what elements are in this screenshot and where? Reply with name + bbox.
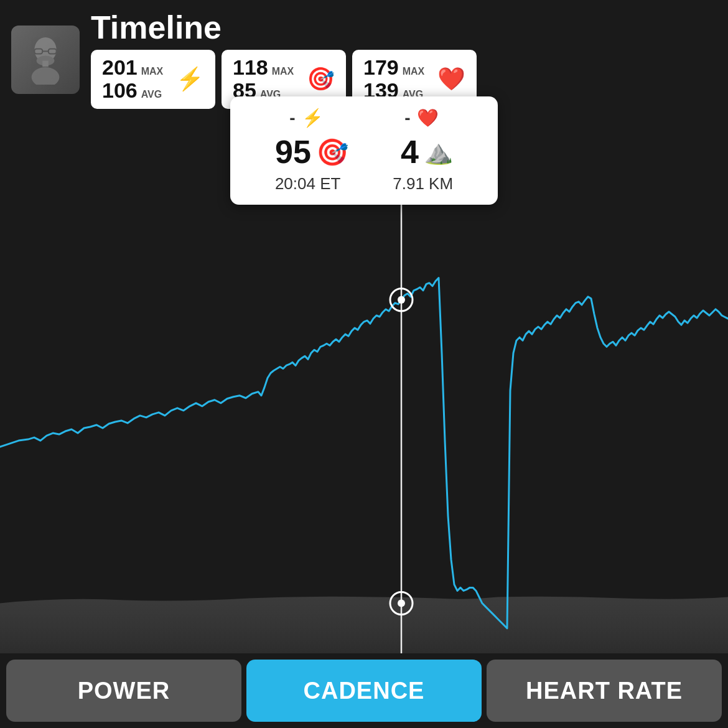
- heartrate-numbers: 179 MAX 139 AVG: [363, 56, 424, 103]
- avatar-image: [11, 26, 80, 94]
- svg-point-5: [32, 67, 60, 85]
- tooltip-power-cell: - ⚡: [289, 108, 323, 128]
- app-title: Timeline: [91, 11, 717, 44]
- tooltip-time: 20:04 ET: [275, 174, 341, 194]
- lightning-icon: ⚡: [176, 66, 204, 92]
- heart-icon: ❤️: [437, 66, 465, 92]
- tooltip-elevation-value: 4 ⛰️: [401, 133, 453, 170]
- power-tab[interactable]: POWER: [6, 660, 241, 722]
- tooltip-target-icon: 🎯: [316, 137, 348, 167]
- cadence-max-label: MAX: [272, 66, 294, 77]
- tooltip-mountain-icon: ⛰️: [424, 138, 453, 166]
- power-avg-label: AVG: [141, 89, 162, 100]
- power-numbers: 201 MAX 106 AVG: [102, 56, 163, 103]
- power-avg-value: 106: [102, 79, 138, 102]
- tooltip-top-row: - ⚡ - ❤️: [249, 108, 479, 128]
- heartrate-max-value: 179: [363, 56, 399, 79]
- tooltip-heart-icon: ❤️: [417, 108, 439, 128]
- svg-point-9: [398, 296, 405, 304]
- power-stat-card: 201 MAX 106 AVG ⚡: [91, 50, 215, 109]
- heartrate-max-label: MAX: [403, 66, 425, 77]
- tooltip-value-row: 95 🎯 4 ⛰️: [249, 133, 479, 170]
- tooltip-sub-row: 20:04 ET 7.91 KM: [249, 174, 479, 194]
- title-section: Timeline 201 MAX 106 AVG ⚡: [91, 11, 717, 109]
- avatar: [11, 26, 80, 94]
- tooltip-distance: 7.91 KM: [393, 174, 453, 194]
- cadence-tab[interactable]: CADENCE: [246, 660, 482, 722]
- tooltip-power-dash: -: [289, 108, 295, 128]
- tooltip-popup: - ⚡ - ❤️ 95 🎯 4 ⛰️ 20:04 ET 7.91 KM: [230, 96, 498, 205]
- power-max-value: 201: [102, 56, 138, 79]
- tooltip-hr-dash: -: [404, 108, 410, 128]
- power-max-label: MAX: [141, 66, 164, 77]
- svg-point-11: [398, 600, 405, 607]
- heart-rate-tab[interactable]: HEART RATE: [487, 660, 722, 722]
- cadence-numbers: 118 MAX 85 AVG: [233, 56, 294, 103]
- target-icon: 🎯: [307, 66, 335, 92]
- svg-rect-6: [42, 61, 49, 67]
- tooltip-cadence-value: 95 🎯: [275, 133, 348, 170]
- tooltip-hr-cell: - ❤️: [404, 108, 438, 128]
- cadence-max-value: 118: [233, 56, 268, 79]
- tooltip-lightning-icon: ⚡: [302, 108, 324, 128]
- bottom-tabs: POWER CADENCE HEART RATE: [0, 653, 728, 728]
